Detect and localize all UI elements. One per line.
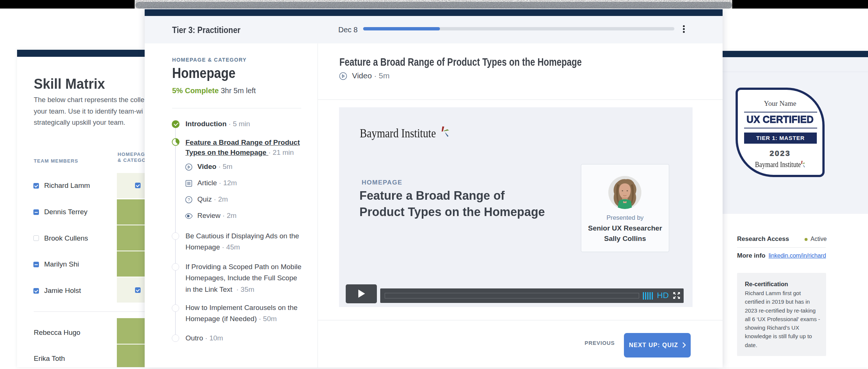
svg-text:?: ? xyxy=(188,197,190,202)
